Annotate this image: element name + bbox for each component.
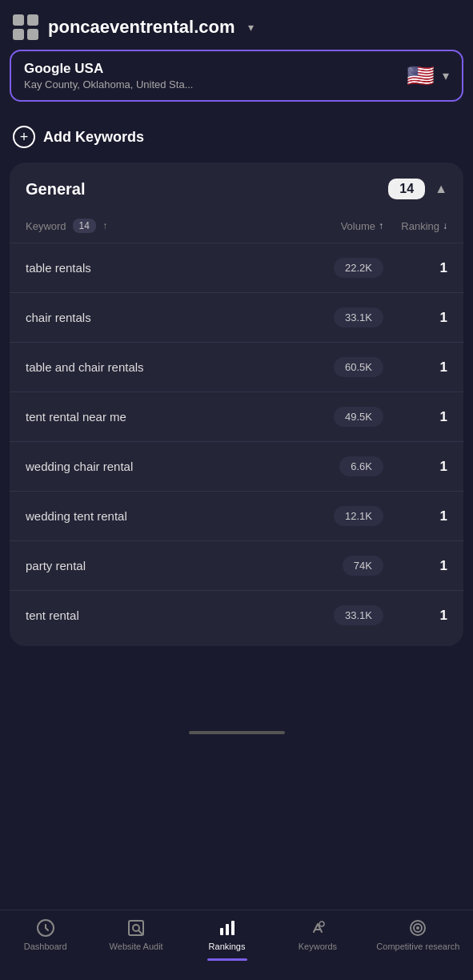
ranking-cell: 1 <box>383 260 447 276</box>
bottom-nav: Dashboard Website Audit Rankings Keyword… <box>0 910 473 980</box>
nav-item-dashboard[interactable]: Dashboard <box>14 918 78 961</box>
table-rows: table rentals 22.2K 1 chair rentals 33.1… <box>10 243 463 640</box>
svg-rect-5 <box>231 921 234 935</box>
rankings-icon <box>218 918 237 938</box>
keyword-cell: tent rental near me <box>26 410 295 424</box>
app-logo <box>13 14 38 40</box>
table-row[interactable]: wedding tent rental 12.1K 1 <box>10 492 463 541</box>
location-info: Google USA Kay County, Oklahoma, United … <box>24 61 193 90</box>
svg-point-6 <box>319 922 324 926</box>
keyword-cell: table and chair rentals <box>26 360 295 374</box>
card-header: General 14 ▲ <box>10 163 463 212</box>
location-bar[interactable]: Google USA Kay County, Oklahoma, United … <box>10 50 463 102</box>
flag-icon: 🇺🇸 <box>407 62 435 89</box>
site-chevron-icon[interactable]: ▾ <box>248 21 254 34</box>
ranking-cell: 1 <box>383 459 447 475</box>
keyword-count-badge: 14 <box>388 179 425 199</box>
competitive-research-icon <box>408 918 427 938</box>
add-keywords-label: Add Keywords <box>43 129 144 146</box>
nav-label-dashboard: Dashboard <box>24 942 67 951</box>
add-keywords-button[interactable]: + Add Keywords <box>0 118 473 163</box>
col-keyword-header: Keyword 14 ↑ <box>26 219 295 233</box>
volume-cell: 6.6K <box>295 456 383 476</box>
ranking-cell: 1 <box>383 508 447 524</box>
nav-active-indicator <box>207 958 247 961</box>
volume-cell: 60.5K <box>295 357 383 377</box>
table-row[interactable]: wedding chair rental 6.6K 1 <box>10 442 463 492</box>
nav-item-competitive-research[interactable]: Competitive research <box>376 918 459 961</box>
table-row[interactable]: chair rentals 33.1K 1 <box>10 293 463 343</box>
volume-col-label: Volume <box>341 220 375 232</box>
table-row[interactable]: tent rental 33.1K 1 <box>10 591 463 640</box>
keyword-cell: wedding tent rental <box>26 509 295 523</box>
dashboard-icon <box>36 918 55 938</box>
volume-pill: 33.1K <box>334 605 383 625</box>
volume-pill: 22.2K <box>334 258 383 278</box>
card-header-controls: 14 ▲ <box>388 179 447 199</box>
col-ranking-header[interactable]: Ranking ↓ <box>383 220 447 232</box>
volume-cell: 49.5K <box>295 407 383 427</box>
keywords-icon <box>308 918 327 938</box>
table-row[interactable]: table and chair rentals 60.5K 1 <box>10 343 463 392</box>
home-indicator <box>0 726 473 736</box>
nav-label-keywords: Keywords <box>299 942 337 951</box>
volume-pill: 33.1K <box>334 307 383 327</box>
svg-rect-3 <box>220 928 223 935</box>
table-header: Keyword 14 ↑ Volume ↑ Ranking ↓ <box>10 212 463 243</box>
add-keywords-icon: + <box>13 126 35 148</box>
keyword-cell: party rental <box>26 559 295 572</box>
volume-cell: 12.1K <box>295 506 383 526</box>
location-region: Kay County, Oklahoma, United Sta... <box>24 78 193 90</box>
nav-item-keywords[interactable]: Keywords <box>286 918 350 961</box>
volume-cell: 74K <box>295 556 383 576</box>
header: poncaeventrental.com ▾ <box>0 0 473 50</box>
keyword-cell: chair rentals <box>26 311 295 324</box>
nav-label-website-audit: Website Audit <box>110 942 163 951</box>
nav-item-website-audit[interactable]: Website Audit <box>104 918 168 961</box>
home-bar <box>189 731 285 734</box>
ranking-col-label: Ranking <box>401 220 439 232</box>
nav-label-competitive-research: Competitive research <box>376 942 459 951</box>
ranking-cell: 1 <box>383 558 447 574</box>
keyword-cell: tent rental <box>26 608 295 622</box>
location-controls: 🇺🇸 ▾ <box>407 62 449 89</box>
collapse-icon[interactable]: ▲ <box>435 182 447 196</box>
nav-item-rankings[interactable]: Rankings <box>195 918 259 961</box>
location-country: Google USA <box>24 61 193 77</box>
keyword-cell: table rentals <box>26 261 295 275</box>
volume-pill: 49.5K <box>334 407 383 427</box>
volume-pill: 60.5K <box>334 357 383 377</box>
location-chevron-icon[interactable]: ▾ <box>443 68 449 83</box>
volume-cell: 33.1K <box>295 307 383 327</box>
keyword-cell: wedding chair rental <box>26 460 295 473</box>
nav-label-rankings: Rankings <box>209 942 246 951</box>
general-card: General 14 ▲ Keyword 14 ↑ Volume ↑ Ranki… <box>10 163 463 646</box>
ranking-cell: 1 <box>383 310 447 326</box>
keyword-count-label: 14 <box>73 219 96 233</box>
table-row[interactable]: party rental 74K 1 <box>10 541 463 591</box>
ranking-cell: 1 <box>383 409 447 425</box>
website-audit-icon <box>126 918 146 938</box>
ranking-sort-icon: ↓ <box>443 220 447 231</box>
svg-rect-4 <box>226 924 229 935</box>
volume-pill: 74K <box>343 556 383 576</box>
table-row[interactable]: table rentals 22.2K 1 <box>10 243 463 293</box>
volume-cell: 22.2K <box>295 258 383 278</box>
keyword-col-label: Keyword <box>26 220 66 232</box>
volume-pill: 12.1K <box>334 506 383 526</box>
volume-pill: 6.6K <box>339 456 383 476</box>
svg-point-9 <box>416 926 419 930</box>
table-row[interactable]: tent rental near me 49.5K 1 <box>10 392 463 442</box>
ranking-cell: 1 <box>383 608 447 624</box>
volume-cell: 33.1K <box>295 605 383 625</box>
site-name[interactable]: poncaeventrental.com <box>48 17 235 38</box>
card-title: General <box>26 180 85 199</box>
col-volume-header[interactable]: Volume ↑ <box>295 220 383 232</box>
ranking-cell: 1 <box>383 359 447 376</box>
keyword-sort-icon[interactable]: ↑ <box>102 220 107 231</box>
